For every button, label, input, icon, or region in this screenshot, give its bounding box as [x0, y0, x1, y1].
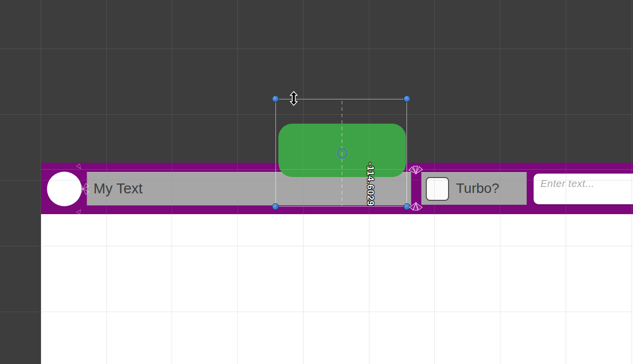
toggle-panel[interactable]: Turbo? — [421, 172, 527, 205]
selection-handle-top-left-icon[interactable] — [272, 95, 279, 102]
grid-line-horizontal — [0, 114, 633, 115]
rect-gizmo-line — [41, 169, 633, 170]
toggle-label: Turbo? — [456, 172, 499, 205]
text-label: My Text — [93, 172, 142, 205]
selection-handle-top-right-icon[interactable] — [404, 95, 410, 102]
checkbox[interactable] — [426, 177, 449, 201]
input-placeholder: Enter text... — [541, 178, 594, 189]
resize-vertical-cursor-icon — [289, 91, 298, 106]
circle-image[interactable] — [47, 172, 82, 206]
text-input-field[interactable]: Enter text... — [534, 174, 633, 204]
grid-line-horizontal — [0, 48, 633, 49]
text-panel[interactable]: My Text — [87, 172, 411, 205]
